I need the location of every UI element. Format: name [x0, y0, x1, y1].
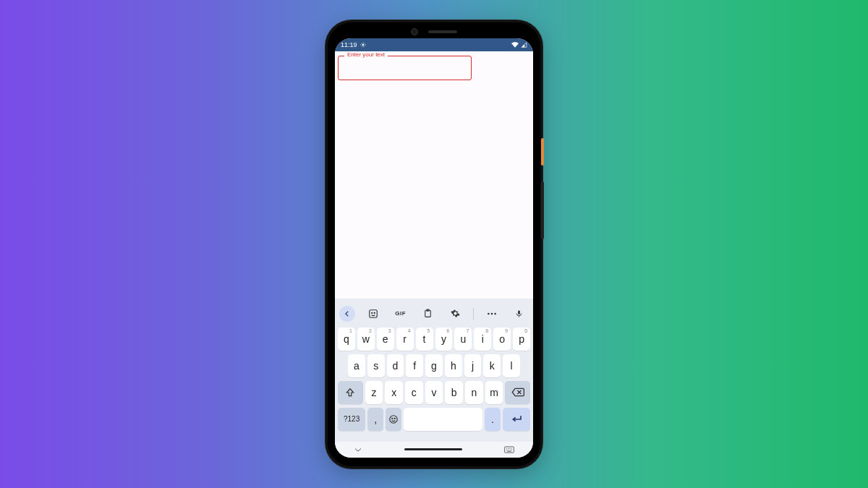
enter-key[interactable] — [503, 408, 530, 431]
app-content: Enter your text — [335, 51, 533, 299]
keyboard-back-button[interactable] — [339, 306, 355, 322]
svg-point-6 — [488, 312, 490, 314]
key-d[interactable]: d — [387, 354, 404, 377]
phone-screen: 11:19 Enter your text — [335, 38, 533, 458]
soft-keyboard: GIF q1w2e3r4t5y6u7i8o9p0 asdfghjkl — [335, 299, 533, 442]
nav-home-pill[interactable] — [404, 448, 462, 450]
system-nav-bar — [335, 442, 533, 458]
key-t[interactable]: t5 — [416, 328, 433, 351]
key-e[interactable]: e3 — [377, 328, 394, 351]
backspace-key[interactable] — [505, 381, 530, 404]
key-w[interactable]: w2 — [357, 328, 375, 351]
keyboard-row-4: ?123 , . — [338, 408, 530, 431]
keyboard-toolbar: GIF — [338, 303, 530, 328]
shift-key[interactable] — [338, 381, 363, 404]
phone-notch — [411, 28, 457, 35]
key-b[interactable]: b — [445, 381, 463, 404]
key-r[interactable]: r4 — [396, 328, 414, 351]
svg-point-2 — [372, 312, 373, 313]
text-input-field[interactable]: Enter your text — [338, 56, 472, 80]
keyboard-row-1: q1w2e3r4t5y6u7i8o9p0 — [338, 328, 530, 351]
svg-rect-13 — [505, 446, 514, 452]
key-u[interactable]: u7 — [454, 328, 472, 351]
key-m[interactable]: m — [485, 381, 503, 404]
status-time: 11:19 — [341, 41, 357, 48]
clipboard-icon[interactable] — [419, 306, 438, 322]
key-s[interactable]: s — [367, 354, 385, 377]
key-k[interactable]: k — [483, 354, 501, 377]
svg-point-12 — [394, 418, 395, 419]
period-key[interactable]: . — [485, 408, 501, 431]
nav-keyboard-switch-icon[interactable] — [504, 446, 514, 453]
svg-point-8 — [494, 312, 496, 314]
key-j[interactable]: j — [464, 354, 482, 377]
key-z[interactable]: z — [365, 381, 383, 404]
earpiece-speaker — [428, 30, 457, 33]
front-camera — [411, 28, 418, 35]
key-f[interactable]: f — [406, 354, 423, 377]
key-g[interactable]: g — [425, 354, 443, 377]
svg-rect-1 — [370, 309, 378, 317]
svg-point-3 — [374, 312, 375, 313]
key-o[interactable]: o9 — [493, 328, 511, 351]
debug-icon — [360, 42, 366, 48]
comma-key[interactable]: , — [367, 408, 383, 431]
volume-button[interactable] — [541, 181, 544, 239]
key-c[interactable]: c — [405, 381, 423, 404]
more-icon[interactable] — [482, 306, 501, 322]
text-input-label: Enter your text — [344, 51, 388, 58]
key-l[interactable]: l — [503, 354, 520, 377]
space-key[interactable] — [404, 408, 482, 431]
status-bar: 11:19 — [335, 38, 533, 51]
key-x[interactable]: x — [385, 381, 403, 404]
svg-rect-9 — [519, 310, 521, 314]
key-q[interactable]: q1 — [338, 328, 355, 351]
nav-collapse-icon[interactable] — [354, 447, 362, 453]
sticker-icon[interactable] — [364, 306, 383, 322]
symbols-key[interactable]: ?123 — [338, 408, 365, 431]
emoji-key[interactable] — [386, 408, 401, 431]
svg-point-10 — [390, 415, 398, 423]
svg-point-11 — [392, 418, 393, 419]
wifi-icon — [511, 42, 519, 48]
key-h[interactable]: h — [445, 354, 462, 377]
keyboard-row-2: asdfghjkl — [338, 354, 530, 377]
key-v[interactable]: v — [425, 381, 443, 404]
signal-icon — [521, 42, 527, 48]
toolbar-separator — [473, 308, 474, 320]
settings-icon[interactable] — [446, 306, 464, 322]
keyboard-row-3: zxcvbnm — [338, 381, 530, 404]
key-y[interactable]: y6 — [435, 328, 453, 351]
power-button[interactable] — [541, 138, 544, 166]
phone-frame: 11:19 Enter your text — [326, 20, 542, 468]
key-n[interactable]: n — [465, 381, 483, 404]
svg-point-0 — [362, 43, 364, 46]
key-i[interactable]: i8 — [474, 328, 491, 351]
gif-button[interactable]: GIF — [391, 306, 410, 322]
key-p[interactable]: p0 — [513, 328, 530, 351]
svg-point-7 — [491, 312, 493, 314]
mic-icon[interactable] — [510, 306, 529, 322]
key-a[interactable]: a — [348, 354, 365, 377]
